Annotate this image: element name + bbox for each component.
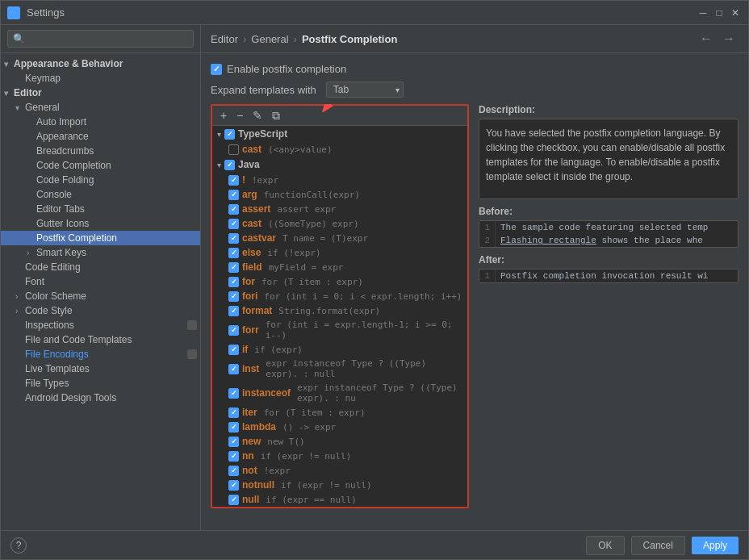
minimize-button[interactable]: ─ (697, 6, 709, 19)
sidebar-item-font[interactable]: Font (1, 274, 200, 289)
tpl-checkbox[interactable] (228, 262, 239, 273)
tpl-checkbox[interactable] (228, 204, 239, 215)
tpl-checkbox[interactable] (228, 451, 239, 462)
expand-row: Expand templates with Tab Enter Tab or E… (211, 81, 739, 98)
tpl-item-if[interactable]: if if (expr) (212, 342, 467, 357)
sidebar-item-file-encodings[interactable]: File Encodings (1, 347, 200, 361)
apply-button[interactable]: Apply (692, 537, 739, 554)
tpl-checkbox[interactable] (228, 407, 239, 418)
tpl-item-ts-cast[interactable]: cast (<any>value) (212, 142, 467, 157)
title-bar-left: Settings (7, 6, 65, 19)
close-button[interactable]: ✕ (729, 6, 742, 19)
tpl-checkbox[interactable] (228, 291, 239, 302)
sidebar-item-code-editing[interactable]: Code Editing (1, 260, 200, 274)
sidebar-item-file-templates[interactable]: File and Code Templates (1, 332, 200, 347)
tpl-item-arg[interactable]: arg functionCall(expr) (212, 187, 467, 202)
sidebar-item-inspections[interactable]: Inspections (1, 318, 200, 332)
tpl-item-instanceof[interactable]: instanceof expr instanceof Type ? ((Type… (212, 381, 467, 405)
sidebar-item-auto-import[interactable]: Auto Import (1, 115, 200, 129)
tpl-checkbox[interactable] (228, 233, 239, 244)
sidebar-item-general[interactable]: ▾ General (1, 100, 200, 115)
tpl-name: null (242, 494, 259, 505)
before-code-box: 1 The sample code featuring selected tem… (479, 220, 739, 248)
sidebar-item-breadcrumbs[interactable]: Breadcrumbs (1, 144, 200, 158)
tpl-item-nn[interactable]: nn if (expr != null) (212, 449, 467, 463)
tpl-item-forr[interactable]: forr for (int i = expr.length-1; i >= 0;… (212, 318, 467, 342)
tpl-checkbox[interactable] (228, 388, 239, 399)
tpl-checkbox-unchecked[interactable] (228, 144, 239, 155)
sidebar-item-code-folding[interactable]: Code Folding (1, 173, 200, 187)
tpl-item-for[interactable]: for for (T item : expr) (212, 274, 467, 289)
tpl-checkbox[interactable] (228, 306, 239, 316)
group-typescript-header[interactable]: ▾ TypeScript (212, 126, 467, 142)
tpl-checkbox[interactable] (228, 325, 239, 336)
sidebar-item-file-types[interactable]: File Types (1, 376, 200, 391)
sidebar-item-color-scheme[interactable]: › Color Scheme (1, 289, 200, 303)
sidebar-item-console[interactable]: Console (1, 187, 200, 202)
tpl-checkbox[interactable] (228, 364, 239, 374)
sidebar-item-editor-tabs[interactable]: Editor Tabs (1, 202, 200, 216)
tpl-checkbox[interactable] (228, 175, 239, 186)
tpl-checkbox[interactable] (228, 277, 239, 287)
tpl-item-inst[interactable]: inst expr instanceof Type ? ((Type) expr… (212, 357, 467, 381)
group-java-header[interactable]: ▾ Java (212, 157, 467, 173)
sidebar-item-smart-keys[interactable]: › Smart Keys (1, 245, 200, 260)
tpl-item-notnull[interactable]: notnull if (expr != null) (212, 478, 467, 492)
tpl-item-not[interactable]: not !expr (212, 463, 467, 478)
sidebar-item-code-completion[interactable]: Code Completion (1, 158, 200, 173)
edit-button[interactable]: ✎ (249, 109, 266, 122)
tpl-item-format[interactable]: format String.format(expr) (212, 303, 467, 318)
tpl-item-assert[interactable]: assert assert expr (212, 202, 467, 216)
tpl-item-iter[interactable]: iter for (T item : expr) (212, 405, 467, 420)
remove-button[interactable]: − (233, 109, 246, 122)
tpl-checkbox[interactable] (228, 422, 239, 433)
sidebar-item-label: Postfix Completion (36, 232, 197, 244)
tpl-item-fori[interactable]: fori for (int i = 0; i < expr.length; i+… (212, 289, 467, 303)
sidebar-item-appearance-behavior[interactable]: ▾ Appearance & Behavior (1, 56, 200, 71)
java-group-checkbox[interactable] (224, 160, 235, 170)
tpl-item-lambda[interactable]: lambda () -> expr (212, 420, 467, 434)
sidebar-item-code-style[interactable]: › Code Style (1, 303, 200, 318)
tpl-name: for (242, 276, 255, 287)
enable-checkbox-label[interactable]: Enable postfix completion (211, 63, 346, 75)
cancel-button[interactable]: Cancel (631, 536, 685, 555)
copy-button[interactable]: ⧉ (269, 109, 283, 122)
add-button[interactable]: + (217, 109, 230, 122)
nav-back-button[interactable]: ← (697, 31, 716, 46)
nav-forward-button[interactable]: → (719, 31, 739, 46)
group-typescript: ▾ TypeScript cast (<any>value) (212, 126, 467, 157)
main-panel: Editor › General › Postfix Completion ← … (201, 25, 748, 530)
enable-checkbox[interactable] (211, 64, 222, 75)
sidebar-item-live-templates[interactable]: Live Templates (1, 361, 200, 376)
tpl-checkbox[interactable] (228, 480, 239, 491)
tpl-checkbox[interactable] (228, 248, 239, 258)
tpl-checkbox[interactable] (228, 466, 239, 476)
sidebar-item-keymap[interactable]: Keymap (1, 71, 200, 86)
tpl-checkbox[interactable] (228, 437, 239, 447)
tpl-checkbox[interactable] (228, 345, 239, 355)
sidebar-item-gutter-icons[interactable]: Gutter Icons (1, 216, 200, 231)
tpl-checkbox[interactable] (228, 495, 239, 505)
tpl-checkbox[interactable] (228, 219, 239, 229)
tpl-item-null[interactable]: null if (expr == null) (212, 492, 467, 507)
ok-button[interactable]: OK (586, 536, 624, 555)
tpl-item-new[interactable]: new new T() (212, 434, 467, 449)
tpl-item-field[interactable]: field myField = expr (212, 260, 467, 274)
help-button[interactable]: ? (10, 537, 27, 554)
tpl-item-castvar[interactable]: castvar T name = (T)expr (212, 231, 467, 245)
typescript-group-checkbox[interactable] (224, 129, 235, 140)
tpl-item-exclaim[interactable]: ! !expr (212, 173, 467, 187)
tpl-item-else[interactable]: else if (!expr) (212, 245, 467, 260)
maximize-button[interactable]: □ (713, 6, 726, 19)
sidebar-item-appearance[interactable]: Appearance (1, 129, 200, 144)
tpl-checkbox[interactable] (228, 190, 239, 200)
search-input[interactable] (7, 30, 194, 48)
sidebar-item-postfix-completion[interactable]: Postfix Completion (1, 231, 200, 245)
sidebar-item-label: Editor Tabs (36, 203, 197, 215)
sidebar-item-editor[interactable]: ▾ Editor (1, 86, 200, 100)
sidebar-item-android-design-tools[interactable]: Android Design Tools (1, 391, 200, 405)
sidebar-item-label: File Types (25, 378, 197, 389)
expand-dropdown[interactable]: Tab Enter Tab or Enter (326, 81, 404, 98)
tpl-item-cast[interactable]: cast ((SomeType) expr) (212, 216, 467, 231)
tpl-name: nn (242, 450, 254, 462)
